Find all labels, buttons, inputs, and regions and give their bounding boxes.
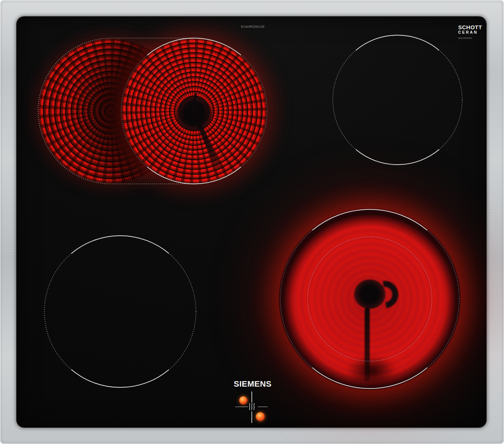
- indicator-led-lower-right: [256, 412, 265, 421]
- schott-ceran-logo: SCHOTT CERAN 9001609080: [458, 24, 482, 39]
- schott-logo-line2: CERAN: [458, 30, 482, 34]
- front-right-element-glowing: [279, 208, 460, 390]
- indicator-cross-line: [251, 391, 252, 403]
- model-code-print: EA64RGNA1E: [241, 25, 265, 28]
- siemens-logo: SIEMENS: [234, 379, 272, 389]
- hob-product-photo: EA64RGNA1E SIEMENS SCHOTT CERAN 90016090…: [0, 0, 504, 444]
- rear-left-main-element-glowing: [121, 38, 267, 184]
- indicator-cross-line: [258, 407, 268, 407]
- glass-print-number: 9001609080: [458, 37, 482, 39]
- element-terminal-shadow: [346, 356, 397, 387]
- heat-waves-icon: [248, 403, 255, 411]
- schott-logo-line1: SCHOTT: [458, 24, 482, 30]
- indicator-cross-line: [251, 411, 252, 423]
- indicator-cross-line: [235, 407, 248, 407]
- indicator-led-upper-left: [239, 396, 247, 404]
